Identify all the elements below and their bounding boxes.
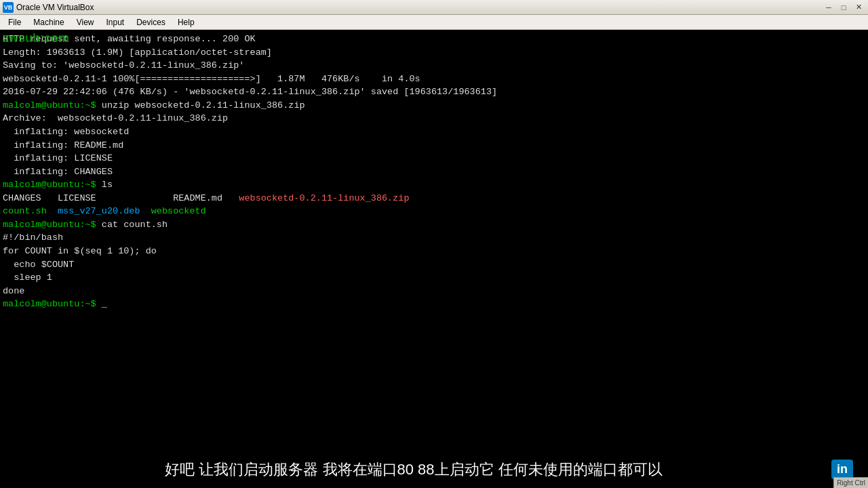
terminal-line: count.sh mss_v27_u20.deb websocketd	[3, 205, 868, 218]
subtitle-bar: 好吧 让我们启动服务器 我将在端口80 88上启动它 任何未使用的端口都可以 i…	[0, 451, 868, 488]
menu-item-devices[interactable]: Devices	[131, 16, 171, 28]
terminal-line: #!/bin/bash	[3, 231, 868, 245]
terminal-line: malcolm@ubuntu:~$ ls	[3, 178, 868, 192]
menu-item-help[interactable]: Help	[172, 16, 200, 28]
close-button[interactable]: ✕	[852, 2, 865, 13]
terminal-line: websocketd-0.2.11-1 100%[===============…	[3, 73, 868, 86]
terminal-line: Archive: websocketd-0.2.11-linux_386.zip	[3, 112, 868, 125]
terminal-line: Saving to: 'websocketd-0.2.11-linux_386.…	[3, 59, 868, 73]
terminal-line: malcolm@ubuntu:~$ _	[3, 298, 868, 311]
terminal-line: inflating: CHANGES	[3, 165, 868, 179]
subtitle-text: 好吧 让我们启动服务器 我将在端口80 88上启动它 任何未使用的端口都可以	[5, 460, 822, 480]
menu-item-file[interactable]: File	[3, 16, 26, 28]
menu-item-machine[interactable]: Machine	[28, 16, 69, 28]
terminal-line: 2016-07-29 22:42:06 (476 KB/s) - 'websoc…	[3, 85, 868, 99]
virtualbox-icon: VB	[3, 2, 14, 13]
terminal-line: HTTP request sent, awaiting response... …	[3, 33, 868, 46]
watermark-text: zwsub:com	[3, 31, 69, 45]
terminal-line: CHANGES LICENSE README.md websocketd-0.2…	[3, 192, 868, 205]
terminal-line: inflating: README.md	[3, 139, 868, 152]
terminal-line: echo $COUNT	[3, 258, 868, 272]
window-controls: ─ □ ✕	[822, 2, 865, 13]
terminal-line: malcolm@ubuntu:~$ unzip websocketd-0.2.1…	[3, 99, 868, 113]
right-ctrl-label: Right Ctrl	[833, 477, 868, 488]
terminal-line: malcolm@ubuntu:~$ cat count.sh	[3, 218, 868, 232]
menubar: FileMachineViewInputDevicesHelp	[0, 15, 868, 30]
watermark: zwsub:com	[0, 30, 72, 47]
terminal-line: sleep 1	[3, 271, 868, 285]
menu-item-view[interactable]: View	[71, 16, 100, 28]
menu-item-input[interactable]: Input	[101, 16, 130, 28]
maximize-button[interactable]: □	[837, 2, 850, 13]
terminal-line: inflating: LICENSE	[3, 152, 868, 165]
terminal-line: done	[3, 285, 868, 298]
minimize-button[interactable]: ─	[822, 2, 835, 13]
terminal[interactable]: HTTP request sent, awaiting response... …	[0, 30, 868, 451]
terminal-line: for COUNT in $(seq 1 10); do	[3, 245, 868, 258]
titlebar-left: VB Oracle VM VirtualBox	[3, 2, 94, 13]
terminal-line: inflating: websocketd	[3, 125, 868, 139]
titlebar: VB Oracle VM VirtualBox ─ □ ✕	[0, 0, 868, 15]
terminal-line: Length: 1963613 (1.9M) [application/octe…	[3, 46, 868, 60]
vm-area[interactable]: zwsub:com HTTP request sent, awaiting re…	[0, 30, 868, 451]
window-title: Oracle VM VirtualBox	[16, 3, 94, 12]
linkedin-box: in	[831, 460, 853, 479]
